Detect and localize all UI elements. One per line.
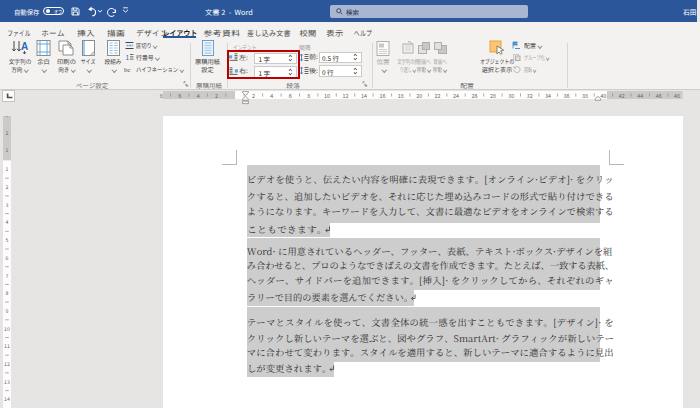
svg-text:4: 4 <box>6 218 9 225</box>
svg-text:1: 1 <box>6 146 9 153</box>
svg-text:2: 2 <box>6 128 9 135</box>
svg-text:3: 3 <box>6 200 9 207</box>
svg-text:2: 2 <box>6 183 9 190</box>
svg-text:10: 10 <box>4 324 10 331</box>
svg-text:9: 9 <box>6 306 9 313</box>
svg-text:13: 13 <box>4 377 10 384</box>
svg-text:A: A <box>21 41 28 52</box>
svg-text:14: 14 <box>4 395 10 402</box>
svg-text:7: 7 <box>6 271 9 278</box>
svg-text:12: 12 <box>4 360 10 367</box>
svg-text:8: 8 <box>6 289 9 296</box>
svg-text:6: 6 <box>6 253 9 260</box>
svg-text:11: 11 <box>4 342 10 349</box>
svg-text:1: 1 <box>126 54 130 61</box>
svg-text:3: 3 <box>6 116 9 118</box>
svg-text:5: 5 <box>6 236 9 243</box>
svg-text:bc: bc <box>124 66 131 74</box>
svg-text:1: 1 <box>6 165 9 172</box>
